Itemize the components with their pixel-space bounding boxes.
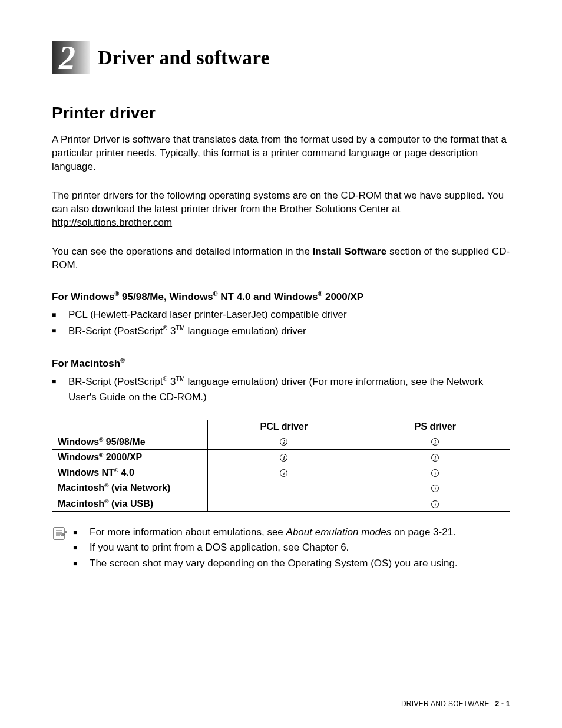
note-icon bbox=[52, 525, 67, 571]
note-text: on page 3-21. bbox=[391, 526, 456, 538]
check-icon bbox=[280, 454, 287, 462]
list-text: 3 bbox=[167, 376, 176, 387]
heading-part: 2000/XP bbox=[322, 291, 363, 302]
table-row-label: Windows® 2000/XP bbox=[52, 449, 208, 465]
table-header-row: PCL driver PS driver bbox=[52, 420, 510, 434]
check-icon bbox=[431, 438, 439, 446]
driver-compatibility-table: PCL driver PS driver Windows® 95/98/MeWi… bbox=[52, 420, 510, 512]
note-reference: About emulation modes bbox=[286, 526, 392, 538]
install-software-label: Install Software bbox=[313, 246, 387, 257]
table-cell-ps bbox=[359, 449, 510, 465]
check-icon bbox=[431, 500, 439, 508]
table-cell-ps bbox=[359, 480, 510, 496]
note-block: For more information about emulations, s… bbox=[52, 525, 510, 571]
table-cell-pcl bbox=[208, 449, 359, 465]
list-text: 3 bbox=[167, 325, 176, 336]
registered-mark: ® bbox=[213, 290, 218, 297]
table-header-ps: PS driver bbox=[359, 420, 510, 434]
list-text: BR-Script (PostScript bbox=[68, 325, 163, 336]
windows-heading: For Windows® 95/98/Me, Windows® NT 4.0 a… bbox=[52, 290, 510, 303]
list-text: BR-Script (PostScript bbox=[68, 376, 163, 387]
paragraph-text: The printer drivers for the following op… bbox=[52, 190, 504, 215]
trademark-mark: TM bbox=[176, 375, 185, 382]
check-icon bbox=[280, 469, 287, 477]
solutions-link[interactable]: http://solutions.brother.com bbox=[52, 217, 172, 228]
table-cell-pcl bbox=[208, 434, 359, 449]
intro-paragraph-3: You can see the operations and detailed … bbox=[52, 245, 510, 272]
trademark-mark: TM bbox=[176, 324, 185, 331]
table-row-label: Macintosh® (via Network) bbox=[52, 480, 208, 496]
windows-bullet-list: PCL (Hewlett-Packard laser printer-Laser… bbox=[52, 307, 510, 338]
footer-label: DRIVER AND SOFTWARE bbox=[401, 700, 490, 708]
note-text: For more information about emulations, s… bbox=[90, 526, 286, 538]
table-row: Windows® 2000/XP bbox=[52, 449, 510, 465]
note-list: For more information about emulations, s… bbox=[73, 525, 510, 571]
paragraph-text: You can see the operations and detailed … bbox=[52, 246, 313, 257]
check-icon bbox=[431, 469, 439, 477]
heading-part: NT 4.0 and Windows bbox=[218, 291, 318, 302]
table-row-label: Macintosh® (via USB) bbox=[52, 496, 208, 511]
table-row: Macintosh® (via USB) bbox=[52, 496, 510, 511]
page-footer: DRIVER AND SOFTWARE 2 - 1 bbox=[401, 700, 510, 708]
list-item: BR-Script (PostScript® 3TM language emul… bbox=[52, 323, 510, 339]
heading-part: For Macintosh bbox=[52, 357, 120, 368]
check-icon bbox=[280, 438, 287, 446]
svg-rect-0 bbox=[54, 528, 64, 539]
chapter-title: Driver and software bbox=[98, 47, 269, 69]
intro-paragraph-2: The printer drivers for the following op… bbox=[52, 189, 510, 230]
table-cell-ps bbox=[359, 465, 510, 480]
table-row: Windows NT® 4.0 bbox=[52, 465, 510, 480]
heading-part: 95/98/Me, Windows bbox=[119, 291, 213, 302]
check-icon bbox=[431, 454, 439, 462]
chapter-header: 2 Driver and software bbox=[52, 41, 510, 74]
list-item: For more information about emulations, s… bbox=[73, 525, 510, 540]
macintosh-bullet-list: BR-Script (PostScript® 3TM language emul… bbox=[52, 374, 510, 405]
list-item: BR-Script (PostScript® 3TM language emul… bbox=[52, 374, 510, 405]
table-cell-ps bbox=[359, 434, 510, 449]
table-row: Macintosh® (via Network) bbox=[52, 480, 510, 496]
check-icon bbox=[431, 485, 439, 492]
table-cell-ps bbox=[359, 496, 510, 511]
table-row-label: Windows NT® 4.0 bbox=[52, 465, 208, 480]
registered-mark: ® bbox=[120, 357, 125, 364]
table-header-pcl: PCL driver bbox=[208, 420, 359, 434]
list-text: language emulation) driver bbox=[185, 325, 306, 336]
intro-paragraph-1: A Printer Driver is software that transl… bbox=[52, 133, 510, 174]
heading-part: For Windows bbox=[52, 291, 115, 302]
table-cell-pcl bbox=[208, 496, 359, 511]
table-row-label: Windows® 95/98/Me bbox=[52, 434, 208, 449]
table-cell-pcl bbox=[208, 465, 359, 480]
table-header bbox=[52, 420, 208, 434]
section-title: Printer driver bbox=[52, 104, 510, 123]
list-item: PCL (Hewlett-Packard laser printer-Laser… bbox=[52, 307, 510, 322]
macintosh-heading: For Macintosh® bbox=[52, 357, 510, 370]
table-cell-pcl bbox=[208, 480, 359, 496]
footer-page-number: 2 - 1 bbox=[495, 700, 510, 708]
chapter-number-badge: 2 bbox=[52, 41, 90, 74]
list-item: If you want to print from a DOS applicat… bbox=[73, 540, 510, 555]
table-row: Windows® 95/98/Me bbox=[52, 434, 510, 449]
list-item: The screen shot may vary depending on th… bbox=[73, 556, 510, 571]
